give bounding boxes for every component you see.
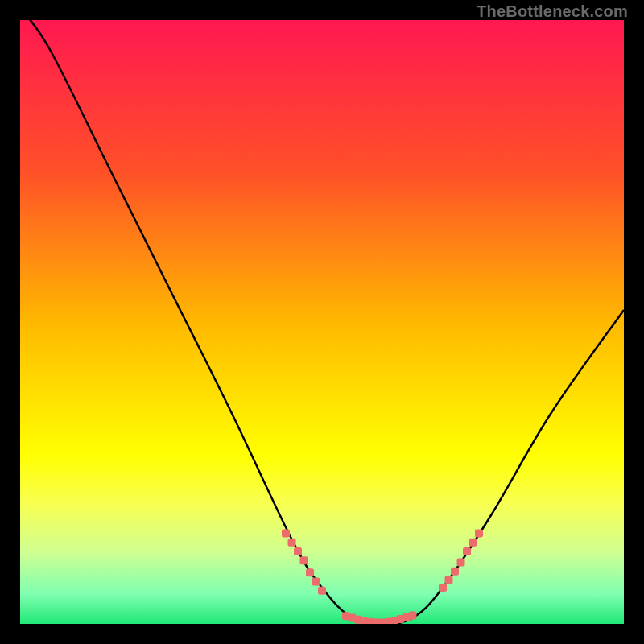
data-point-marker — [282, 530, 290, 538]
chart-area — [20, 20, 624, 624]
bottleneck-chart — [20, 20, 624, 624]
data-point-marker — [318, 587, 326, 595]
data-point-marker — [445, 576, 453, 584]
data-point-marker — [294, 547, 302, 555]
data-point-marker — [312, 578, 320, 586]
data-point-marker — [300, 556, 308, 564]
data-point-marker — [439, 584, 447, 592]
data-point-marker — [475, 530, 483, 538]
data-point-marker — [463, 547, 471, 555]
data-point-marker — [469, 539, 477, 547]
gradient-background — [20, 20, 624, 624]
data-point-marker — [409, 612, 417, 620]
data-point-marker — [451, 568, 459, 576]
watermark-text: TheBottleneck.com — [477, 2, 628, 21]
data-point-marker — [457, 559, 465, 567]
data-point-marker — [306, 568, 314, 576]
data-point-marker — [288, 539, 296, 547]
